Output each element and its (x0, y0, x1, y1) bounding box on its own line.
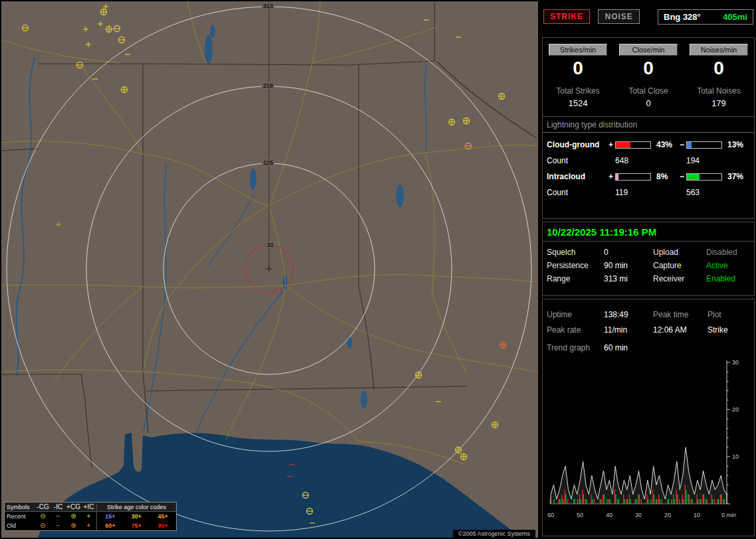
strike-symbol-cgp (416, 372, 422, 378)
persistence-value: 90 min (604, 259, 653, 272)
indicator-bar: STRIKE NOISE Bng 328° 405mi (543, 9, 753, 25)
strike-symbol-cgp (449, 119, 455, 125)
cg-positive-pct: 43% (654, 137, 678, 153)
peak-time-label: Peak time (653, 307, 708, 323)
cg-negative-count: 194 (686, 153, 725, 169)
ring-label-125: 125 (262, 159, 274, 166)
strike-symbol-cgp (499, 94, 505, 100)
svg-text:10: 10 (694, 512, 700, 518)
strike-symbol-cgp (492, 422, 498, 428)
noises-per-min-value: 0 (684, 58, 754, 78)
cg-pos-icon: ⊕ (66, 513, 81, 520)
plot-label: Plot (708, 307, 753, 323)
trend-graph: 1020306050403020100 min (543, 356, 754, 534)
right-panel: STRIKE NOISE Bng 328° 405mi Strikes/min … (542, 1, 755, 538)
strike-symbol-cgp (122, 87, 128, 93)
map-legend: Symbols -CG -IC +CG +IC Strike age color… (4, 502, 177, 531)
cg-neg-icon: ⊖ (35, 513, 50, 520)
ic-neg-icon: − (50, 522, 66, 529)
cg-neg-icon: ⊖ (35, 522, 50, 529)
count-label: Count (547, 185, 607, 200)
close-per-min-button[interactable]: Close/min (619, 44, 678, 56)
ic-pos-icon: + (81, 513, 96, 520)
legend-old-label: Old (5, 522, 35, 529)
svg-text:30: 30 (732, 359, 739, 366)
bearing-readout: Bng 328° 405mi (658, 9, 753, 25)
close-per-min-value: 0 (613, 58, 684, 78)
total-close-value: 0 (613, 98, 684, 108)
plus-sign: + (607, 169, 615, 185)
upload-status: Disabled (706, 246, 753, 259)
uptime-value: 138:49 (604, 307, 653, 323)
range-label: Range (547, 272, 604, 285)
legend-col-ic-neg: -IC (50, 504, 66, 510)
minus-sign: − (678, 169, 686, 185)
total-noises-value: 179 (684, 98, 754, 108)
plot-value: Strike (708, 323, 753, 338)
trend-graph-value: 60 min (604, 343, 653, 352)
ic-pos-icon: + (81, 522, 96, 529)
distribution-title: Lightning type distribution (543, 117, 754, 133)
strike-symbol-cgp (456, 447, 462, 453)
status-panel: 10/22/2025 11:19:16 PM Squelch 0 Upload … (542, 222, 755, 296)
plus-sign: + (607, 137, 615, 153)
cg-negative-pct: 13% (725, 137, 749, 153)
svg-text:0 min: 0 min (721, 512, 736, 518)
age-45: 45+ (149, 513, 176, 520)
intracloud-label: Intracloud (547, 169, 607, 185)
capture-status: Active (706, 259, 753, 272)
ring-label-313: 313 (262, 3, 274, 9)
minus-sign: − (678, 137, 686, 153)
age-30: 30+ (124, 513, 150, 520)
noises-per-min-button[interactable]: Noises/min (690, 44, 748, 56)
strikes-per-min-value: 0 (543, 58, 613, 78)
cg-negative-bar (686, 141, 722, 149)
cg-positive-bar (615, 141, 651, 149)
svg-text:20: 20 (732, 406, 739, 413)
copyright-text: ©2005 Astrogenic Systems (453, 530, 535, 538)
svg-text:30: 30 (635, 512, 642, 518)
strike-symbol-cgp (464, 118, 470, 124)
age-15: 15+ (97, 513, 124, 520)
noise-indicator-button[interactable]: NOISE (598, 9, 639, 24)
legend-col-cg-pos: +CG (66, 504, 81, 510)
strike-indicator-button[interactable]: STRIKE (543, 9, 590, 24)
uptime-label: Uptime (547, 307, 604, 323)
info-panel: Uptime 138:49 Peak time Plot Peak rate 1… (542, 299, 755, 536)
peak-time-value: 12:06 AM (653, 323, 708, 338)
legend-age-title: Strike age color codes (96, 504, 176, 510)
squelch-label: Squelch (547, 246, 604, 259)
strike-symbol-cgp (461, 454, 467, 460)
capture-label: Capture (653, 259, 706, 272)
svg-text:20: 20 (664, 512, 671, 518)
cloud-ground-label: Cloud-ground (547, 137, 607, 153)
legend-col-ic-pos: +IC (81, 504, 96, 510)
ic-negative-count: 563 (686, 185, 725, 200)
ring-label-219: 219 (262, 82, 274, 89)
ic-neg-icon: − (50, 513, 66, 520)
total-strikes-value: 1524 (543, 98, 613, 108)
legend-recent-label: Recent (5, 513, 35, 520)
range-value: 313 mi (604, 272, 653, 285)
legend-col-cg-neg: -CG (35, 504, 50, 510)
svg-text:50: 50 (577, 512, 583, 518)
receiver-status: Enabled (706, 272, 753, 285)
bearing-value: Bng 328° (664, 12, 701, 22)
age-60: 60+ (97, 522, 124, 529)
stats-panel: Strikes/min 0 Close/min 0 Noises/min 0 T… (542, 37, 755, 219)
squelch-value: 0 (604, 246, 653, 259)
ic-positive-count: 119 (615, 185, 654, 200)
persistence-label: Persistence (547, 259, 604, 272)
strikes-per-min-button[interactable]: Strikes/min (549, 44, 607, 56)
strike-symbol-cgp (106, 27, 112, 33)
legend-symbols-title: Symbols (5, 504, 35, 510)
total-noises-label: Total Noises (684, 86, 754, 96)
lightning-distribution-section: Lightning type distribution Cloud-ground… (543, 116, 754, 200)
total-strikes-label: Total Strikes (543, 86, 613, 96)
cg-pos-icon: ⊕ (66, 522, 81, 529)
map-view[interactable]: 313 219 125 31 Symbols -CG -IC +CG +IC S… (1, 1, 538, 538)
count-label: Count (547, 153, 607, 169)
age-90: 90+ (149, 522, 176, 529)
distance-value: 405mi (723, 12, 747, 22)
upload-label: Upload (653, 246, 706, 259)
